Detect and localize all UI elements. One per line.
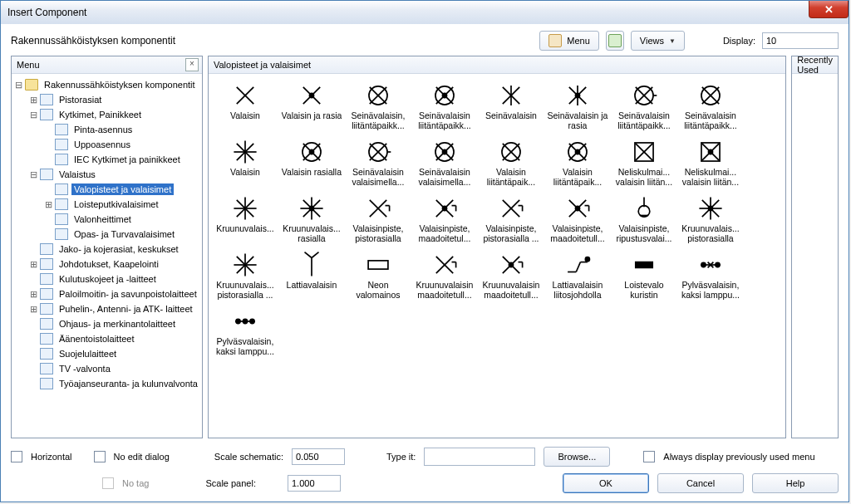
tree-item[interactable]: Jako- ja kojerasiat, keskukset: [13, 242, 200, 257]
cancel-button-label: Cancel: [686, 478, 715, 488]
expand-icon[interactable]: ⊟: [13, 80, 23, 91]
symbol-cell[interactable]: Kruunuvalais... pistorasialla: [677, 193, 744, 243]
tree-item[interactable]: TV -valvonta: [13, 361, 200, 376]
symbol-icon: [691, 250, 730, 280]
symbol-cell[interactable]: Valaisin: [212, 81, 278, 130]
tree-item-label: Kulutuskojeet ja -laitteet: [57, 273, 159, 285]
symbol-cell[interactable]: Kruunuvalaisin maadoitetull...: [411, 250, 478, 300]
close-button[interactable]: ✕: [809, 1, 849, 18]
symbol-cell[interactable]: Neliskulmai... valaisin liitän...: [677, 137, 744, 187]
ok-button[interactable]: OK: [563, 473, 649, 493]
symbol-cell[interactable]: Valaisin rasialla: [278, 137, 345, 187]
bottom-area: Horizontal No edit dialog Scale schemati…: [1, 443, 849, 502]
tree-item[interactable]: ⊟Kytkimet, Painikkeet: [13, 107, 200, 122]
tree-item-label: TV -valvonta: [57, 363, 113, 374]
symbol-cell[interactable]: Seinävalaisin, liitäntäpaikk...: [345, 81, 411, 130]
tree-item[interactable]: ⊞Paloilmoitin- ja savunpoistolaitteet: [13, 286, 200, 301]
views-button[interactable]: Views ▼: [631, 31, 685, 51]
tree-item[interactable]: Kulutuskojeet ja -laitteet: [13, 272, 200, 286]
symbol-cell[interactable]: Valaisinpiste, pistorasialla ...: [478, 193, 544, 243]
tree-close-button[interactable]: ×: [185, 58, 199, 71]
symbol-cell[interactable]: Valaisinpiste, maadoitetull...: [544, 193, 611, 243]
tree-item[interactable]: Opas- ja Turvavalaisimet: [13, 227, 200, 242]
cancel-button[interactable]: Cancel: [657, 473, 744, 493]
svg-point-33: [309, 149, 313, 154]
symbol-cell[interactable]: Seinävalaisin valaisimella...: [411, 137, 478, 187]
symbol-cell[interactable]: Pylväsvalaisin, kaksi lamppu...: [677, 250, 744, 300]
expand-icon[interactable]: ⊞: [43, 199, 53, 210]
symbol-cell[interactable]: Kruunuvalaisin maadoitetull...: [478, 250, 544, 300]
expand-icon[interactable]: ⊞: [28, 304, 38, 315]
expand-icon[interactable]: ⊟: [28, 110, 38, 120]
symbol-cell[interactable]: Seinävalaisin valaisimella...: [345, 137, 411, 187]
tree-item[interactable]: ⊞Pistorasiat: [13, 92, 200, 107]
symbol-icon: [225, 250, 265, 280]
tree-item[interactable]: Valonheittimet: [13, 212, 200, 227]
symbol-cell[interactable]: Seinävalaisin: [478, 81, 544, 130]
grid-body[interactable]: ValaisinValaisin ja rasiaSeinävalaisin, …: [209, 74, 785, 438]
symbol-cell[interactable]: Kruunuvalais... rasialla: [278, 193, 345, 243]
symbol-caption: Valaisin rasialla: [282, 167, 342, 177]
tree-item[interactable]: Työajanseuranta- ja kulunvalvonta: [13, 376, 200, 391]
tree-item[interactable]: Valopisteet ja valaisimet: [13, 182, 200, 197]
symbol-cell[interactable]: Kruunuvalais...: [212, 193, 278, 243]
symbol-cell[interactable]: Valaisinpiste, ripustusvalai...: [611, 193, 677, 243]
tree-item[interactable]: Uppoasennus: [13, 137, 200, 152]
symbol-cell[interactable]: Valaisinpiste, maadoitetul...: [411, 193, 478, 243]
symbol-cell[interactable]: Neliskulmai... valaisin liitän...: [611, 137, 677, 187]
tree-item[interactable]: Äänentoistolaitteet: [13, 331, 200, 346]
noedit-checkbox[interactable]: [94, 451, 106, 462]
menu-aux-button[interactable]: [606, 31, 624, 51]
always-checkbox[interactable]: [643, 451, 655, 462]
tree-item-label: Valaistus: [57, 169, 98, 180]
tree-item[interactable]: Pinta-asennus: [13, 122, 200, 137]
svg-point-90: [708, 206, 712, 210]
recent-header-label: Recently Used: [797, 55, 833, 75]
symbol-cell[interactable]: Valaisin ja rasia: [278, 81, 345, 130]
tree-item[interactable]: ⊞Johdotukset, Kaapelointi: [13, 257, 200, 272]
symbol-cell[interactable]: Pylväsvalaisin, kaksi lamppu...: [212, 306, 278, 356]
symbol-cell[interactable]: Loistevalo kuristin: [611, 250, 677, 300]
expand-icon[interactable]: ⊞: [28, 289, 38, 300]
symbol-icon: [558, 137, 598, 167]
expand-icon[interactable]: ⊞: [28, 259, 38, 270]
tree-item[interactable]: ⊟Rakennussähköistyksen komponentit: [13, 77, 200, 92]
symbol-icon: [491, 81, 531, 110]
menu-button[interactable]: Menu: [539, 31, 599, 51]
browse-button[interactable]: Browse...: [544, 447, 610, 467]
horizontal-checkbox[interactable]: [11, 451, 22, 462]
symbol-caption: Kruunuvalaisin maadoitetull...: [478, 280, 544, 300]
symbol-cell[interactable]: Valaisinpiste, pistorasialla: [345, 193, 411, 243]
help-button[interactable]: Help: [752, 473, 839, 493]
symbol-cell[interactable]: Lattiavalaisin: [278, 250, 345, 300]
symbol-cell[interactable]: Seinävalaisin liitäntäpaikk...: [611, 81, 677, 130]
symbol-cell[interactable]: Kruunuvalais... pistorasialla ...: [212, 250, 278, 300]
tree-body[interactable]: ⊟Rakennussähköistyksen komponentit⊞Pisto…: [12, 74, 202, 438]
tree-item[interactable]: Ohjaus- ja merkinantolaitteet: [13, 316, 200, 331]
tree-item[interactable]: ⊞Puhelin-, Antenni- ja ATK- laitteet: [13, 301, 200, 316]
scale-panel-input[interactable]: [288, 475, 341, 492]
tree-item[interactable]: ⊞Loisteputkivalaisimet: [13, 197, 200, 212]
symbol-caption: Valaisin liitäntäpaik...: [478, 167, 544, 187]
expand-icon[interactable]: ⊞: [28, 95, 38, 105]
scale-schem-input[interactable]: [292, 448, 345, 465]
tree-item[interactable]: ⊟Valaistus: [13, 167, 200, 182]
symbol-cell[interactable]: Neon valomainos: [345, 250, 411, 300]
tree-item[interactable]: IEC Kytkimet ja painikkeet: [13, 152, 200, 167]
symbol-cell[interactable]: Lattiavalaisin liitosjohdolla: [544, 250, 611, 300]
symbol-icon: [358, 193, 398, 223]
symbol-cell[interactable]: Seinävalaisin liitäntäpaikk...: [411, 81, 478, 130]
symbol-cell[interactable]: Seinävalaisin liitäntäpaikk...: [677, 81, 744, 130]
typeit-input[interactable]: [424, 448, 535, 466]
symbol-cell[interactable]: Valaisin liitäntäpaik...: [544, 137, 611, 187]
expand-icon[interactable]: ⊟: [28, 169, 38, 180]
symbol-caption: Seinävalaisin ja rasia: [544, 110, 611, 130]
tree-item[interactable]: Suojelulaitteet: [13, 346, 200, 361]
tree-item-label: Pistorasiat: [57, 94, 104, 105]
symbol-cell[interactable]: Seinävalaisin ja rasia: [544, 81, 611, 130]
display-input[interactable]: [762, 32, 839, 49]
symbol-cell[interactable]: Valaisin liitäntäpaik...: [478, 137, 544, 187]
component-icon: [40, 348, 53, 360]
svg-point-80: [575, 206, 579, 210]
symbol-cell[interactable]: Valaisin: [212, 137, 278, 187]
